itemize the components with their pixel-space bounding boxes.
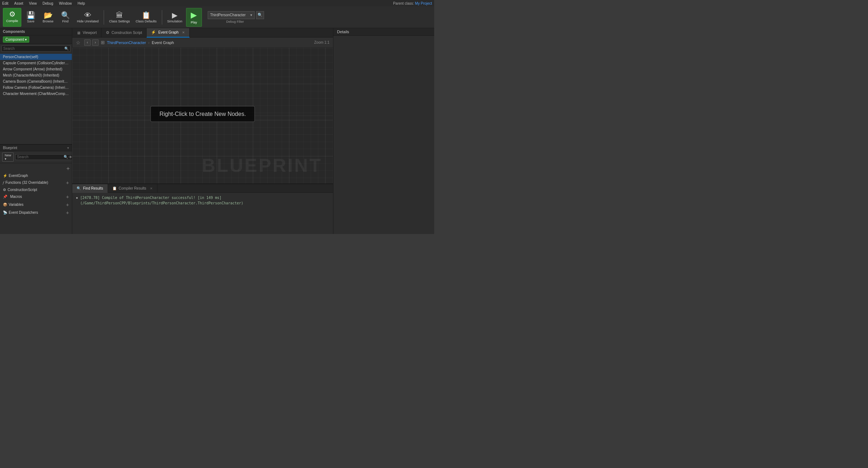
- bottom-tab-find-results[interactable]: 🔍 Find Results: [72, 184, 108, 193]
- component-item-label: Arrow Component (Arrow) (Inherited): [3, 67, 62, 71]
- blueprint-macros-add-icon[interactable]: +: [66, 194, 69, 200]
- blueprint-tree-item[interactable]: 📡 Event Dispatchers +: [0, 209, 72, 217]
- forward-button[interactable]: ›: [92, 39, 99, 46]
- blueprint-visibility-icon[interactable]: 👁: [69, 155, 72, 159]
- tab-viewport[interactable]: 🖥 Viewport: [72, 28, 102, 38]
- blueprint-tree-item[interactable]: ⚡ EventGraph: [0, 173, 72, 179]
- toolbar: ⚙ Compile 💾 Save 📂 Browse 🔍 Find 👁 Hide …: [0, 6, 434, 28]
- hide-unrelated-button[interactable]: 👁 Hide Unrelated: [75, 8, 101, 27]
- find-button[interactable]: 🔍 Find: [57, 8, 73, 27]
- menu-debug[interactable]: Debug: [43, 1, 53, 5]
- blueprint-tree-item-label: 📡 Event Dispatchers: [3, 211, 38, 214]
- parent-class-info: Parent class: My Project: [393, 1, 432, 5]
- blueprint-dispatchers-add-icon[interactable]: +: [66, 210, 69, 216]
- zoom-level: Zoom 1:1: [314, 40, 329, 44]
- breadcrumb-separator: ›: [148, 40, 150, 45]
- toolbar-sep-1: [104, 10, 104, 25]
- graph-canvas[interactable]: Right-Click to Create New Nodes. BLUEPRI…: [72, 48, 333, 183]
- compile-button[interactable]: ⚙ Compile: [3, 8, 21, 27]
- component-item-label: Follow Camera (FollowCamera) (Inherited): [3, 86, 72, 90]
- breadcrumb-bar: ☆ ‹ › ⊞ ThirdPersonCharacter › Event Gra…: [72, 38, 333, 48]
- tab-event-graph[interactable]: ⚡ Event Graph ✕: [147, 28, 190, 38]
- list-item[interactable]: Arrow Component (Arrow) (Inherited): [0, 66, 72, 72]
- tab-construction-script[interactable]: ⚙ Construction Script: [102, 28, 147, 38]
- menu-view[interactable]: View: [29, 1, 37, 5]
- bottom-tab-compiler-results[interactable]: 📋 Compiler Results ✕: [108, 184, 157, 193]
- blueprint-search-icon[interactable]: 🔍: [64, 155, 68, 159]
- blueprint-tree-item[interactable]: 𝑓 Functions (32 Overridable) +: [0, 179, 72, 187]
- log-bullet-icon: ●: [76, 195, 78, 206]
- grid-icon: ⊞: [101, 40, 105, 45]
- class-defaults-button[interactable]: 📋 Class Defaults: [134, 8, 159, 27]
- parent-class-link[interactable]: My Project: [415, 1, 432, 5]
- debug-search-button[interactable]: 🔍: [256, 11, 264, 19]
- main-layout: Components Component ▾ 🔍 PersonCharacter…: [0, 28, 434, 234]
- play-icon: ▶: [191, 10, 197, 20]
- macros-icon: 📌: [3, 195, 7, 199]
- log-item: ● [2478.78] Compile of ThirdPersonCharac…: [76, 195, 329, 206]
- blueprint-functions-add-icon[interactable]: +: [66, 180, 69, 186]
- blueprint-tree-item[interactable]: 📌 Macros +: [0, 193, 72, 201]
- star-button[interactable]: ☆: [76, 40, 81, 46]
- construction-tab-icon: ⚙: [106, 30, 109, 35]
- components-search-icon[interactable]: 🔍: [64, 47, 69, 51]
- debug-dropdown[interactable]: ThirdPersonCharacter ▾: [208, 11, 255, 19]
- add-component-button[interactable]: Component ▾: [3, 36, 29, 43]
- blueprint-watermark: BLUEPRINT: [202, 155, 322, 176]
- blueprint-toolbar: New ▾ 🔍 👁 ▾: [0, 151, 72, 163]
- component-list: PersonCharacter(self) Capsule Component …: [0, 53, 72, 144]
- compile-icon: ⚙: [9, 10, 16, 18]
- save-button[interactable]: 💾 Save: [23, 8, 39, 27]
- blueprint-collapse-icon[interactable]: ▾: [67, 146, 69, 150]
- simulation-button[interactable]: ▶ Simulation: [165, 8, 185, 27]
- list-item[interactable]: Capsule Component (CollisionCylinder) (I…: [0, 60, 72, 66]
- menu-help[interactable]: Help: [78, 1, 85, 5]
- breadcrumb-root[interactable]: ThirdPersonCharacter: [107, 40, 146, 45]
- breadcrumb-nav: ‹ ›: [84, 39, 99, 46]
- variables-icon: 📦: [3, 203, 7, 207]
- blueprint-tree-item-label: ⚡ EventGraph: [3, 174, 28, 178]
- tab-close-icon[interactable]: ✕: [182, 31, 185, 34]
- compiler-tab-close-icon[interactable]: ✕: [150, 187, 153, 190]
- blueprint-add-icon[interactable]: +: [66, 165, 70, 172]
- eventgraph-tab-icon: ⚡: [151, 30, 156, 35]
- blueprint-new-button[interactable]: New ▾: [2, 152, 14, 162]
- right-panel: Details: [333, 28, 434, 234]
- debug-search-icon: 🔍: [258, 13, 263, 17]
- browse-button[interactable]: 📂 Browse: [40, 8, 56, 27]
- back-button[interactable]: ‹: [84, 39, 91, 46]
- class-settings-button[interactable]: 🏛 Class Settings: [107, 8, 132, 27]
- bottom-panel: 🔍 Find Results 📋 Compiler Results ✕ ● [2…: [72, 183, 333, 234]
- menu-edit[interactable]: Edit: [2, 1, 8, 5]
- list-item[interactable]: Camera Boom (CameraBoom) (Inherited): [0, 78, 72, 84]
- blueprint-search-input[interactable]: [17, 155, 63, 159]
- breadcrumb-current: Event Graph: [152, 40, 174, 45]
- breadcrumb: ☆ ‹ › ⊞ ThirdPersonCharacter › Event Gra…: [76, 39, 174, 46]
- list-item[interactable]: PersonCharacter(self): [0, 54, 72, 60]
- component-item-label: Camera Boom (CameraBoom) (Inherited): [3, 79, 69, 83]
- blueprint-tree: + ⚡ EventGraph 𝑓 Functions (32 Overridab…: [0, 163, 72, 234]
- blueprint-tree-item[interactable]: ⚙ ConstructionScript: [0, 187, 72, 193]
- class-defaults-icon: 📋: [142, 12, 151, 19]
- blueprint-tree-item-label: 📌 Macros: [3, 195, 22, 199]
- debug-filter-group: ThirdPersonCharacter ▾ 🔍 Debug Filter: [206, 11, 264, 23]
- blueprint-tree-item-label: ⚙ ConstructionScript: [3, 188, 37, 192]
- menu-window[interactable]: Window: [59, 1, 72, 5]
- blueprint-variables-add-icon[interactable]: +: [66, 202, 69, 208]
- debug-filter-row: ThirdPersonCharacter ▾ 🔍: [208, 11, 264, 19]
- class-settings-icon: 🏛: [116, 12, 123, 19]
- menu-bar: Edit Asset View Debug Window Help Parent…: [0, 0, 434, 6]
- compiler-results-tab-icon: 📋: [112, 186, 117, 190]
- play-button[interactable]: ▶ Play: [186, 8, 202, 27]
- components-search-input[interactable]: [3, 47, 64, 51]
- center-area: 🖥 Viewport ⚙ Construction Script ⚡ Event…: [72, 28, 333, 183]
- save-icon: 💾: [26, 12, 35, 19]
- blueprint-tree-item[interactable]: 📦 Variables +: [0, 201, 72, 209]
- bottom-tab-bar: 🔍 Find Results 📋 Compiler Results ✕: [72, 184, 333, 193]
- list-item[interactable]: Follow Camera (FollowCamera) (Inherited): [0, 84, 72, 91]
- list-item[interactable]: Character Movement (CharMoveComp) (Inher…: [0, 91, 72, 97]
- graph-hint: Right-Click to Create New Nodes.: [150, 106, 255, 122]
- menu-asset[interactable]: Asset: [14, 1, 23, 5]
- list-item[interactable]: Mesh (CharacterMesh0) (Inherited): [0, 72, 72, 78]
- center-section: 🖥 Viewport ⚙ Construction Script ⚡ Event…: [72, 28, 333, 234]
